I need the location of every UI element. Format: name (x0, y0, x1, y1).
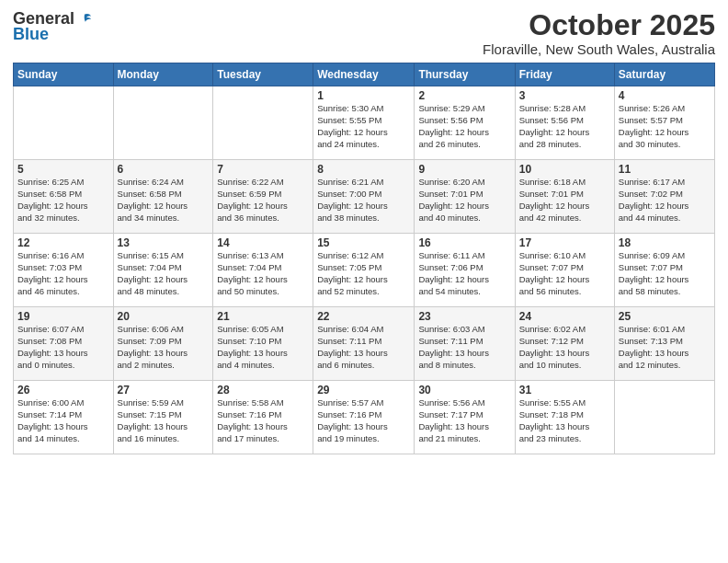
calendar-header-thursday: Thursday (415, 63, 515, 86)
calendar-cell (113, 86, 213, 160)
day-number: 28 (217, 384, 309, 396)
day-info: Sunrise: 6:01 AM Sunset: 7:13 PM Dayligh… (619, 324, 711, 371)
day-number: 18 (619, 236, 711, 249)
day-info: Sunrise: 6:22 AM Sunset: 6:59 PM Dayligh… (217, 177, 309, 224)
calendar-header-tuesday: Tuesday (213, 63, 313, 86)
day-number: 15 (317, 236, 410, 249)
calendar-header-wednesday: Wednesday (313, 63, 415, 86)
day-info: Sunrise: 6:07 AM Sunset: 7:08 PM Dayligh… (17, 324, 109, 371)
calendar-cell: 18Sunrise: 6:09 AM Sunset: 7:07 PM Dayli… (614, 234, 714, 307)
location-title: Floraville, New South Wales, Australia (483, 41, 715, 57)
calendar-cell: 22Sunrise: 6:04 AM Sunset: 7:11 PM Dayli… (313, 307, 415, 381)
calendar-cell: 2Sunrise: 5:29 AM Sunset: 5:56 PM Daylig… (415, 86, 515, 160)
calendar-cell: 25Sunrise: 6:01 AM Sunset: 7:13 PM Dayli… (614, 307, 714, 381)
calendar-cell (14, 86, 114, 160)
day-number: 16 (418, 236, 510, 249)
day-number: 19 (17, 310, 109, 323)
day-number: 22 (317, 310, 410, 323)
calendar-cell: 14Sunrise: 6:13 AM Sunset: 7:04 PM Dayli… (213, 234, 313, 307)
calendar-cell: 29Sunrise: 5:57 AM Sunset: 7:16 PM Dayli… (313, 381, 415, 454)
calendar-cell (213, 86, 313, 160)
day-number: 30 (418, 384, 510, 396)
day-number: 29 (317, 384, 410, 396)
day-info: Sunrise: 6:16 AM Sunset: 7:03 PM Dayligh… (17, 250, 109, 297)
calendar-cell: 1Sunrise: 5:30 AM Sunset: 5:55 PM Daylig… (313, 86, 415, 160)
calendar-week-row: 1Sunrise: 5:30 AM Sunset: 5:55 PM Daylig… (14, 86, 715, 160)
day-info: Sunrise: 5:58 AM Sunset: 7:16 PM Dayligh… (217, 397, 309, 444)
day-number: 31 (519, 384, 610, 396)
day-number: 26 (17, 384, 109, 396)
calendar-cell: 20Sunrise: 6:06 AM Sunset: 7:09 PM Dayli… (113, 307, 213, 381)
calendar-cell: 17Sunrise: 6:10 AM Sunset: 7:07 PM Dayli… (515, 234, 614, 307)
day-number: 2 (418, 89, 510, 102)
day-info: Sunrise: 6:04 AM Sunset: 7:11 PM Dayligh… (317, 324, 410, 371)
day-info: Sunrise: 6:10 AM Sunset: 7:07 PM Dayligh… (519, 250, 610, 297)
day-number: 23 (418, 310, 510, 323)
day-number: 11 (619, 163, 711, 176)
day-info: Sunrise: 6:20 AM Sunset: 7:01 PM Dayligh… (418, 177, 510, 224)
calendar-cell: 30Sunrise: 5:56 AM Sunset: 7:17 PM Dayli… (415, 381, 515, 454)
page: General Blue October 2025 Floraville, Ne… (0, 0, 728, 563)
day-info: Sunrise: 5:59 AM Sunset: 7:15 PM Dayligh… (118, 397, 210, 444)
day-number: 14 (217, 236, 309, 249)
day-info: Sunrise: 6:24 AM Sunset: 6:58 PM Dayligh… (118, 177, 210, 224)
logo: General Blue (13, 9, 93, 44)
calendar-table: SundayMondayTuesdayWednesdayThursdayFrid… (13, 63, 715, 454)
day-info: Sunrise: 6:13 AM Sunset: 7:04 PM Dayligh… (217, 250, 309, 297)
calendar-cell: 15Sunrise: 6:12 AM Sunset: 7:05 PM Dayli… (313, 234, 415, 307)
calendar-cell: 7Sunrise: 6:22 AM Sunset: 6:59 PM Daylig… (213, 160, 313, 234)
calendar-cell: 8Sunrise: 6:21 AM Sunset: 7:00 PM Daylig… (313, 160, 415, 234)
calendar-cell: 11Sunrise: 6:17 AM Sunset: 7:02 PM Dayli… (614, 160, 714, 234)
calendar-cell: 23Sunrise: 6:03 AM Sunset: 7:11 PM Dayli… (415, 307, 515, 381)
calendar-cell: 6Sunrise: 6:24 AM Sunset: 6:58 PM Daylig… (113, 160, 213, 234)
day-number: 20 (118, 310, 210, 323)
calendar-header-friday: Friday (515, 63, 614, 86)
day-info: Sunrise: 5:57 AM Sunset: 7:16 PM Dayligh… (317, 397, 410, 444)
day-number: 17 (519, 236, 610, 249)
day-info: Sunrise: 5:26 AM Sunset: 5:57 PM Dayligh… (619, 103, 711, 150)
day-number: 4 (619, 89, 711, 102)
day-number: 13 (118, 236, 210, 249)
calendar-header-sunday: Sunday (14, 63, 114, 86)
day-info: Sunrise: 6:25 AM Sunset: 6:58 PM Dayligh… (17, 177, 109, 224)
calendar-cell: 10Sunrise: 6:18 AM Sunset: 7:01 PM Dayli… (515, 160, 614, 234)
logo-blue-text: Blue (13, 25, 49, 44)
day-info: Sunrise: 6:03 AM Sunset: 7:11 PM Dayligh… (418, 324, 510, 371)
logo-bird-icon (76, 11, 93, 28)
calendar-cell: 24Sunrise: 6:02 AM Sunset: 7:12 PM Dayli… (515, 307, 614, 381)
day-info: Sunrise: 6:21 AM Sunset: 7:00 PM Dayligh… (317, 177, 410, 224)
day-number: 3 (519, 89, 610, 102)
day-info: Sunrise: 6:11 AM Sunset: 7:06 PM Dayligh… (418, 250, 510, 297)
calendar-week-row: 19Sunrise: 6:07 AM Sunset: 7:08 PM Dayli… (14, 307, 715, 381)
calendar-cell: 5Sunrise: 6:25 AM Sunset: 6:58 PM Daylig… (14, 160, 114, 234)
calendar-cell: 16Sunrise: 6:11 AM Sunset: 7:06 PM Dayli… (415, 234, 515, 307)
day-number: 8 (317, 163, 410, 176)
calendar-week-row: 26Sunrise: 6:00 AM Sunset: 7:14 PM Dayli… (14, 381, 715, 454)
calendar-cell: 4Sunrise: 5:26 AM Sunset: 5:57 PM Daylig… (614, 86, 714, 160)
day-info: Sunrise: 5:56 AM Sunset: 7:17 PM Dayligh… (418, 397, 510, 444)
day-number: 1 (317, 89, 410, 102)
calendar-week-row: 5Sunrise: 6:25 AM Sunset: 6:58 PM Daylig… (14, 160, 715, 234)
day-number: 25 (619, 310, 711, 323)
day-info: Sunrise: 6:00 AM Sunset: 7:14 PM Dayligh… (17, 397, 109, 444)
day-info: Sunrise: 6:17 AM Sunset: 7:02 PM Dayligh… (619, 177, 711, 224)
calendar-header-saturday: Saturday (614, 63, 714, 86)
day-info: Sunrise: 6:15 AM Sunset: 7:04 PM Dayligh… (118, 250, 210, 297)
day-number: 10 (519, 163, 610, 176)
day-info: Sunrise: 5:30 AM Sunset: 5:55 PM Dayligh… (317, 103, 410, 150)
calendar-cell: 12Sunrise: 6:16 AM Sunset: 7:03 PM Dayli… (14, 234, 114, 307)
calendar-cell: 27Sunrise: 5:59 AM Sunset: 7:15 PM Dayli… (113, 381, 213, 454)
calendar-cell: 28Sunrise: 5:58 AM Sunset: 7:16 PM Dayli… (213, 381, 313, 454)
calendar-cell (614, 381, 714, 454)
calendar-week-row: 12Sunrise: 6:16 AM Sunset: 7:03 PM Dayli… (14, 234, 715, 307)
calendar-cell: 3Sunrise: 5:28 AM Sunset: 5:56 PM Daylig… (515, 86, 614, 160)
day-number: 21 (217, 310, 309, 323)
day-info: Sunrise: 6:02 AM Sunset: 7:12 PM Dayligh… (519, 324, 610, 371)
day-info: Sunrise: 5:29 AM Sunset: 5:56 PM Dayligh… (418, 103, 510, 150)
calendar-cell: 19Sunrise: 6:07 AM Sunset: 7:08 PM Dayli… (14, 307, 114, 381)
day-number: 6 (118, 163, 210, 176)
day-number: 12 (17, 236, 109, 249)
calendar-cell: 9Sunrise: 6:20 AM Sunset: 7:01 PM Daylig… (415, 160, 515, 234)
calendar-cell: 26Sunrise: 6:00 AM Sunset: 7:14 PM Dayli… (14, 381, 114, 454)
day-number: 5 (17, 163, 109, 176)
